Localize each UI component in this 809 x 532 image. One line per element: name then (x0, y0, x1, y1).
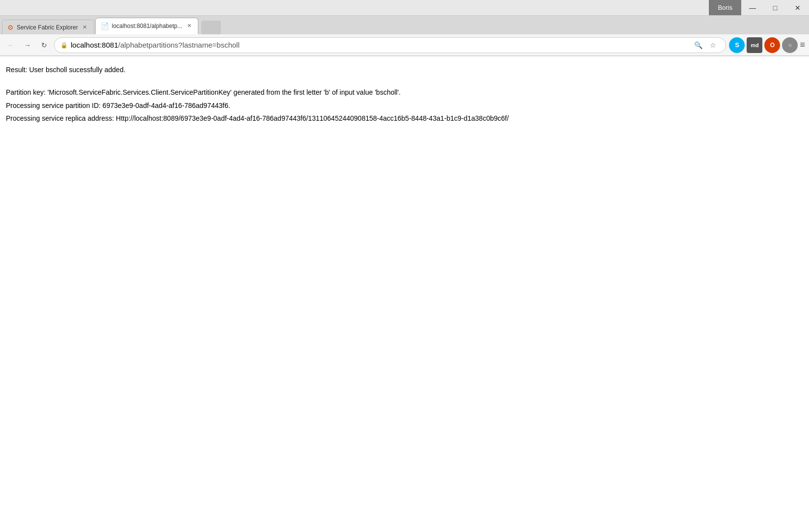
back-icon: ← (7, 41, 14, 49)
back-button[interactable]: ← (4, 38, 18, 52)
md-icon[interactable]: md (747, 37, 762, 53)
forward-icon: → (24, 41, 31, 49)
office-icon[interactable]: O (764, 37, 780, 53)
tab-bar: ⚙ Service Fabric Explorer ✕ 📄 localhost:… (0, 16, 809, 34)
close-button[interactable]: ✕ (786, 0, 809, 15)
user-badge: Boris (709, 0, 741, 15)
page-icon: 📄 (101, 22, 109, 30)
new-tab-button[interactable] (201, 21, 221, 34)
url-security-icon: 🔒 (60, 42, 68, 49)
tab-label-service-fabric: Service Fabric Explorer (17, 24, 78, 31)
skype-icon[interactable]: S (729, 37, 745, 53)
search-icon[interactable]: 🔍 (691, 38, 705, 52)
user-name: Boris (718, 4, 732, 11)
toolbar-icons: S md O ○ ≡ (729, 37, 805, 53)
extension-icon[interactable]: ○ (782, 37, 798, 53)
forward-button[interactable]: → (21, 38, 34, 52)
reload-button[interactable]: ↻ (37, 38, 51, 52)
result-line-1: Result: User bscholl sucessfully added. (6, 64, 803, 75)
result-line-5: Processing service replica address: Http… (6, 113, 803, 124)
service-fabric-icon: ⚙ (7, 24, 14, 31)
tab-service-fabric[interactable]: ⚙ Service Fabric Explorer ✕ (2, 20, 94, 34)
window-controls: — □ ✕ (741, 0, 809, 15)
minimize-button[interactable]: — (741, 0, 764, 15)
tab-close-service-fabric[interactable]: ✕ (81, 24, 89, 31)
menu-icon[interactable]: ≡ (800, 40, 805, 50)
result-line-3: Partition key: 'Microsoft.ServiceFabric.… (6, 87, 803, 98)
url-text: localhost:8081/alphabetpartitions?lastna… (71, 41, 688, 49)
result-line-4: Processing service partition ID: 6973e3e… (6, 100, 803, 111)
title-bar: Boris — □ ✕ (0, 0, 809, 16)
url-hostname: localhost:8081 (71, 41, 118, 49)
tab-label-localhost: localhost:8081/alphabetp... (112, 23, 182, 29)
spacer (6, 77, 803, 87)
page-content: Result: User bscholl sucessfully added. … (0, 56, 809, 532)
tab-localhost[interactable]: 📄 localhost:8081/alphabetp... ✕ (95, 18, 198, 34)
tab-close-localhost[interactable]: ✕ (185, 22, 193, 30)
bookmark-icon[interactable]: ☆ (706, 38, 720, 52)
reload-icon: ↻ (41, 41, 47, 49)
maximize-button[interactable]: □ (764, 0, 786, 15)
url-path: /alphabetpartitions?lastname=bscholl (118, 41, 240, 49)
url-actions: 🔍 ☆ (691, 38, 720, 52)
url-box[interactable]: 🔒 localhost:8081/alphabetpartitions?last… (54, 37, 726, 53)
address-bar: ← → ↻ 🔒 localhost:8081/alphabetpartition… (0, 34, 809, 56)
